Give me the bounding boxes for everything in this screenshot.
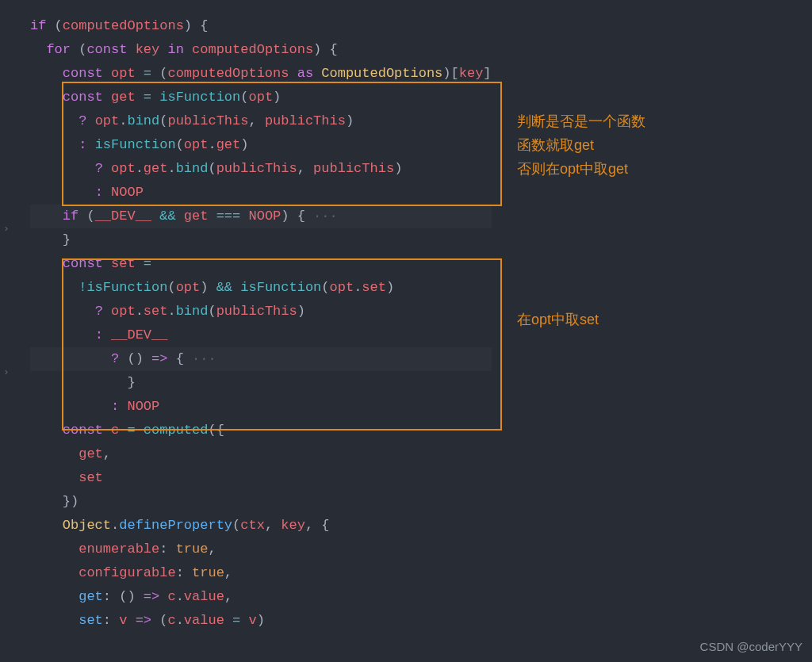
code-line: configurable: true,: [30, 561, 492, 585]
code-line: }: [30, 371, 492, 395]
code-line: ? () => { ···: [30, 347, 492, 371]
code-editor[interactable]: if (computedOptions) { for (const key in…: [30, 14, 492, 633]
fold-marker-icon[interactable]: ›: [3, 361, 10, 385]
code-line: if (computedOptions) {: [30, 14, 492, 38]
code-line: : NOOP: [30, 181, 492, 205]
code-line: const opt = (computedOptions as Computed…: [30, 62, 492, 86]
code-line: ? opt.set.bind(publicThis): [30, 300, 492, 323]
annotation-set: 在opt中取set: [517, 308, 599, 331]
code-line: get: () => c.value,: [30, 585, 492, 609]
code-line: : __DEV__: [30, 323, 492, 347]
code-line: ? opt.get.bind(publicThis, publicThis): [30, 157, 492, 181]
fold-marker-icon[interactable]: ›: [3, 217, 10, 241]
code-line: ? opt.bind(publicThis, publicThis): [30, 109, 492, 133]
code-line: const c = computed({: [30, 419, 492, 442]
code-line: for (const key in computedOptions) {: [30, 38, 492, 62]
fold-gutter: › ›: [0, 0, 19, 662]
code-line: const get = isFunction(opt): [30, 86, 492, 109]
code-line: get,: [30, 442, 492, 466]
code-line: }): [30, 490, 492, 514]
code-line: : NOOP: [30, 395, 492, 419]
code-line: set: v => (c.value = v): [30, 609, 492, 633]
code-line: if (__DEV__ && get === NOOP) { ···: [30, 205, 492, 228]
code-line: }: [30, 228, 492, 252]
code-line: !isFunction(opt) && isFunction(opt.set): [30, 276, 492, 300]
code-line: const set =: [30, 252, 492, 276]
code-line: Object.defineProperty(ctx, key, {: [30, 514, 492, 538]
annotation-get: 判断是否是一个函数 函数就取get 否则在opt中取get: [517, 109, 645, 181]
code-line: set: [30, 466, 492, 490]
code-line: enumerable: true,: [30, 538, 492, 561]
watermark: CSDN @coderYYY: [700, 635, 802, 659]
code-line: : isFunction(opt.get): [30, 133, 492, 157]
